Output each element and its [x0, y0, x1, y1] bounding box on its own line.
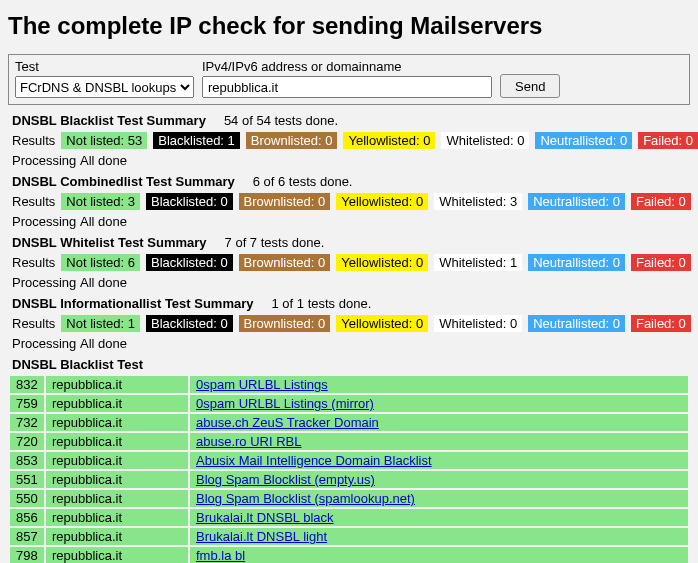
row-name: abuse.ch ZeuS Tracker Domain — [190, 414, 688, 431]
badge-whitelisted: Whitelisted: 0 — [441, 132, 529, 149]
badge-yellowlisted: Yellowlisted: 0 — [343, 132, 435, 149]
badge-brownlisted: Brownlisted: 0 — [246, 132, 338, 149]
row-host: repubblica.it — [46, 471, 188, 488]
results-label: Results — [12, 133, 55, 148]
badge-neutrallisted: Neutrallisted: 0 — [528, 193, 625, 210]
table-row: 798repubblica.itfmb.la bl — [10, 547, 688, 563]
row-host: repubblica.it — [46, 376, 188, 393]
summary-title: DNSBL Blacklist Test Summary — [12, 113, 206, 128]
row-host: repubblica.it — [46, 547, 188, 563]
table-row: 732repubblica.itabuse.ch ZeuS Tracker Do… — [10, 414, 688, 431]
row-name: Brukalai.lt DNSBL black — [190, 509, 688, 526]
badge-brownlisted: Brownlisted: 0 — [239, 193, 331, 210]
address-input[interactable] — [202, 76, 492, 98]
table-row: 856repubblica.itBrukalai.lt DNSBL black — [10, 509, 688, 526]
table-row: 853repubblica.itAbusix Mail Intelligence… — [10, 452, 688, 469]
badge-whitelisted: Whitelisted: 1 — [434, 254, 522, 271]
row-link[interactable]: 0spam URLBL Listings (mirror) — [196, 396, 374, 411]
processing-value: All done — [80, 336, 127, 351]
badge-brownlisted: Brownlisted: 0 — [239, 254, 331, 271]
table-row: 550repubblica.itBlog Spam Blocklist (spa… — [10, 490, 688, 507]
row-link[interactable]: Brukalai.lt DNSBL light — [196, 529, 327, 544]
row-id: 720 — [10, 433, 44, 450]
badge-notlisted: Not listed: 6 — [61, 254, 140, 271]
processing-label: Processing — [12, 214, 74, 229]
summary-block: DNSBL Blacklist Test Summary54 of 54 tes… — [8, 111, 690, 170]
table-row: 857repubblica.itBrukalai.lt DNSBL light — [10, 528, 688, 545]
row-link[interactable]: Blog Spam Blocklist (empty.us) — [196, 472, 375, 487]
badge-failed: Failed: 0 — [631, 193, 691, 210]
row-id: 856 — [10, 509, 44, 526]
badge-brownlisted: Brownlisted: 0 — [239, 315, 331, 332]
badge-blacklisted: Blacklisted: 0 — [146, 193, 233, 210]
badge-failed: Failed: 0 — [631, 315, 691, 332]
processing-value: All done — [80, 275, 127, 290]
processing-value: All done — [80, 214, 127, 229]
row-name: Abusix Mail Intelligence Domain Blacklis… — [190, 452, 688, 469]
summary-status: 7 of 7 tests done. — [225, 235, 325, 250]
row-link[interactable]: abuse.ro URI RBL — [196, 434, 302, 449]
row-name: Blog Spam Blocklist (spamlookup.net) — [190, 490, 688, 507]
row-id: 857 — [10, 528, 44, 545]
processing-label: Processing — [12, 336, 74, 351]
row-host: repubblica.it — [46, 395, 188, 412]
summary-title: DNSBL Informationallist Test Summary — [12, 296, 254, 311]
row-name: abuse.ro URI RBL — [190, 433, 688, 450]
processing-label: Processing — [12, 275, 74, 290]
row-id: 732 — [10, 414, 44, 431]
badge-neutrallisted: Neutrallisted: 0 — [535, 132, 632, 149]
row-host: repubblica.it — [46, 528, 188, 545]
summary-block: DNSBL Whitelist Test Summary7 of 7 tests… — [8, 233, 690, 292]
badge-failed: Failed: 0 — [638, 132, 698, 149]
badge-yellowlisted: Yellowlisted: 0 — [336, 315, 428, 332]
summary-status: 1 of 1 tests done. — [272, 296, 372, 311]
row-host: repubblica.it — [46, 509, 188, 526]
row-id: 550 — [10, 490, 44, 507]
badge-blacklisted: Blacklisted: 0 — [146, 254, 233, 271]
test-label: Test — [15, 59, 194, 74]
test-select[interactable]: FCrDNS & DNSBL lookups — [15, 76, 194, 98]
summary-title: DNSBL Combinedlist Test Summary — [12, 174, 235, 189]
row-host: repubblica.it — [46, 433, 188, 450]
table-row: 720repubblica.itabuse.ro URI RBL — [10, 433, 688, 450]
summary-status: 6 of 6 tests done. — [253, 174, 353, 189]
badge-notlisted: Not listed: 53 — [61, 132, 147, 149]
badge-failed: Failed: 0 — [631, 254, 691, 271]
badge-neutrallisted: Neutrallisted: 0 — [528, 315, 625, 332]
row-id: 798 — [10, 547, 44, 563]
badge-blacklisted: Blacklisted: 1 — [153, 132, 240, 149]
processing-value: All done — [80, 153, 127, 168]
row-host: repubblica.it — [46, 452, 188, 469]
row-link[interactable]: Brukalai.lt DNSBL black — [196, 510, 334, 525]
badge-yellowlisted: Yellowlisted: 0 — [336, 193, 428, 210]
results-label: Results — [12, 316, 55, 331]
badge-whitelisted: Whitelisted: 3 — [434, 193, 522, 210]
send-button[interactable]: Send — [500, 74, 560, 98]
badge-notlisted: Not listed: 3 — [61, 193, 140, 210]
detail-title: DNSBL Blacklist Test — [8, 353, 690, 374]
summary-block: DNSBL Combinedlist Test Summary6 of 6 te… — [8, 172, 690, 231]
row-name: Blog Spam Blocklist (empty.us) — [190, 471, 688, 488]
row-link[interactable]: Abusix Mail Intelligence Domain Blacklis… — [196, 453, 432, 468]
summary-title: DNSBL Whitelist Test Summary — [12, 235, 207, 250]
row-id: 832 — [10, 376, 44, 393]
detail-table: 832repubblica.it0spam URLBL Listings759r… — [8, 374, 690, 563]
row-host: repubblica.it — [46, 414, 188, 431]
results-label: Results — [12, 194, 55, 209]
row-link[interactable]: fmb.la bl — [196, 548, 245, 563]
row-link[interactable]: Blog Spam Blocklist (spamlookup.net) — [196, 491, 415, 506]
page-title: The complete IP check for sending Mailse… — [8, 12, 690, 40]
row-name: fmb.la bl — [190, 547, 688, 563]
row-name: 0spam URLBL Listings — [190, 376, 688, 393]
row-id: 551 — [10, 471, 44, 488]
table-row: 832repubblica.it0spam URLBL Listings — [10, 376, 688, 393]
row-id: 853 — [10, 452, 44, 469]
row-name: Brukalai.lt DNSBL light — [190, 528, 688, 545]
row-link[interactable]: 0spam URLBL Listings — [196, 377, 328, 392]
badge-whitelisted: Whitelisted: 0 — [434, 315, 522, 332]
badge-blacklisted: Blacklisted: 0 — [146, 315, 233, 332]
summary-status: 54 of 54 tests done. — [224, 113, 338, 128]
lookup-form: Test FCrDNS & DNSBL lookups IPv4/IPv6 ad… — [8, 54, 690, 105]
row-link[interactable]: abuse.ch ZeuS Tracker Domain — [196, 415, 379, 430]
row-id: 759 — [10, 395, 44, 412]
